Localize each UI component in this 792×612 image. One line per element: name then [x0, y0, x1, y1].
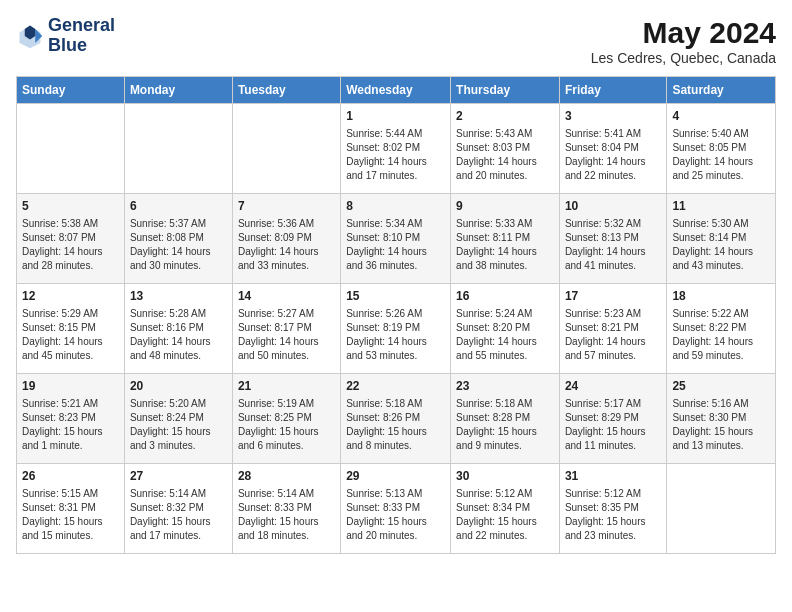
- day-info: Sunrise: 5:44 AM Sunset: 8:02 PM Dayligh…: [346, 127, 445, 183]
- day-number: 14: [238, 288, 335, 305]
- calendar-cell: 8Sunrise: 5:34 AM Sunset: 8:10 PM Daylig…: [341, 194, 451, 284]
- day-info: Sunrise: 5:37 AM Sunset: 8:08 PM Dayligh…: [130, 217, 227, 273]
- day-info: Sunrise: 5:33 AM Sunset: 8:11 PM Dayligh…: [456, 217, 554, 273]
- col-header-thursday: Thursday: [451, 77, 560, 104]
- calendar-cell: 7Sunrise: 5:36 AM Sunset: 8:09 PM Daylig…: [232, 194, 340, 284]
- day-number: 13: [130, 288, 227, 305]
- location: Les Cedres, Quebec, Canada: [591, 50, 776, 66]
- week-row-2: 5Sunrise: 5:38 AM Sunset: 8:07 PM Daylig…: [17, 194, 776, 284]
- day-info: Sunrise: 5:19 AM Sunset: 8:25 PM Dayligh…: [238, 397, 335, 453]
- day-info: Sunrise: 5:28 AM Sunset: 8:16 PM Dayligh…: [130, 307, 227, 363]
- day-number: 24: [565, 378, 661, 395]
- logo-icon: [16, 22, 44, 50]
- day-number: 8: [346, 198, 445, 215]
- day-info: Sunrise: 5:23 AM Sunset: 8:21 PM Dayligh…: [565, 307, 661, 363]
- week-row-4: 19Sunrise: 5:21 AM Sunset: 8:23 PM Dayli…: [17, 374, 776, 464]
- day-number: 5: [22, 198, 119, 215]
- week-row-5: 26Sunrise: 5:15 AM Sunset: 8:31 PM Dayli…: [17, 464, 776, 554]
- calendar-table: SundayMondayTuesdayWednesdayThursdayFrid…: [16, 76, 776, 554]
- calendar-cell: 1Sunrise: 5:44 AM Sunset: 8:02 PM Daylig…: [341, 104, 451, 194]
- logo-text: General Blue: [48, 16, 115, 56]
- day-number: 15: [346, 288, 445, 305]
- calendar-cell: 27Sunrise: 5:14 AM Sunset: 8:32 PM Dayli…: [124, 464, 232, 554]
- day-number: 18: [672, 288, 770, 305]
- day-number: 9: [456, 198, 554, 215]
- calendar-cell: 31Sunrise: 5:12 AM Sunset: 8:35 PM Dayli…: [559, 464, 666, 554]
- calendar-cell: 17Sunrise: 5:23 AM Sunset: 8:21 PM Dayli…: [559, 284, 666, 374]
- day-number: 4: [672, 108, 770, 125]
- day-info: Sunrise: 5:32 AM Sunset: 8:13 PM Dayligh…: [565, 217, 661, 273]
- calendar-cell: 15Sunrise: 5:26 AM Sunset: 8:19 PM Dayli…: [341, 284, 451, 374]
- day-info: Sunrise: 5:38 AM Sunset: 8:07 PM Dayligh…: [22, 217, 119, 273]
- calendar-cell: [124, 104, 232, 194]
- col-header-tuesday: Tuesday: [232, 77, 340, 104]
- month-title: May 2024: [591, 16, 776, 50]
- page-header: General Blue May 2024 Les Cedres, Quebec…: [16, 16, 776, 66]
- day-number: 19: [22, 378, 119, 395]
- day-info: Sunrise: 5:12 AM Sunset: 8:35 PM Dayligh…: [565, 487, 661, 543]
- calendar-cell: 11Sunrise: 5:30 AM Sunset: 8:14 PM Dayli…: [667, 194, 776, 284]
- day-info: Sunrise: 5:14 AM Sunset: 8:32 PM Dayligh…: [130, 487, 227, 543]
- col-header-saturday: Saturday: [667, 77, 776, 104]
- day-info: Sunrise: 5:43 AM Sunset: 8:03 PM Dayligh…: [456, 127, 554, 183]
- day-info: Sunrise: 5:24 AM Sunset: 8:20 PM Dayligh…: [456, 307, 554, 363]
- calendar-cell: 24Sunrise: 5:17 AM Sunset: 8:29 PM Dayli…: [559, 374, 666, 464]
- day-number: 30: [456, 468, 554, 485]
- col-header-monday: Monday: [124, 77, 232, 104]
- calendar-cell: 6Sunrise: 5:37 AM Sunset: 8:08 PM Daylig…: [124, 194, 232, 284]
- calendar-cell: 28Sunrise: 5:14 AM Sunset: 8:33 PM Dayli…: [232, 464, 340, 554]
- calendar-cell: 4Sunrise: 5:40 AM Sunset: 8:05 PM Daylig…: [667, 104, 776, 194]
- calendar-cell: 14Sunrise: 5:27 AM Sunset: 8:17 PM Dayli…: [232, 284, 340, 374]
- col-header-wednesday: Wednesday: [341, 77, 451, 104]
- calendar-cell: 23Sunrise: 5:18 AM Sunset: 8:28 PM Dayli…: [451, 374, 560, 464]
- day-number: 20: [130, 378, 227, 395]
- calendar-cell: 5Sunrise: 5:38 AM Sunset: 8:07 PM Daylig…: [17, 194, 125, 284]
- day-number: 29: [346, 468, 445, 485]
- day-info: Sunrise: 5:41 AM Sunset: 8:04 PM Dayligh…: [565, 127, 661, 183]
- calendar-cell: 13Sunrise: 5:28 AM Sunset: 8:16 PM Dayli…: [124, 284, 232, 374]
- day-info: Sunrise: 5:22 AM Sunset: 8:22 PM Dayligh…: [672, 307, 770, 363]
- day-number: 23: [456, 378, 554, 395]
- calendar-cell: [232, 104, 340, 194]
- calendar-cell: 12Sunrise: 5:29 AM Sunset: 8:15 PM Dayli…: [17, 284, 125, 374]
- calendar-cell: [17, 104, 125, 194]
- day-info: Sunrise: 5:30 AM Sunset: 8:14 PM Dayligh…: [672, 217, 770, 273]
- day-info: Sunrise: 5:26 AM Sunset: 8:19 PM Dayligh…: [346, 307, 445, 363]
- day-number: 31: [565, 468, 661, 485]
- day-number: 27: [130, 468, 227, 485]
- day-info: Sunrise: 5:15 AM Sunset: 8:31 PM Dayligh…: [22, 487, 119, 543]
- calendar-cell: 16Sunrise: 5:24 AM Sunset: 8:20 PM Dayli…: [451, 284, 560, 374]
- day-number: 26: [22, 468, 119, 485]
- day-number: 6: [130, 198, 227, 215]
- calendar-cell: 9Sunrise: 5:33 AM Sunset: 8:11 PM Daylig…: [451, 194, 560, 284]
- day-number: 7: [238, 198, 335, 215]
- day-number: 2: [456, 108, 554, 125]
- day-info: Sunrise: 5:20 AM Sunset: 8:24 PM Dayligh…: [130, 397, 227, 453]
- logo: General Blue: [16, 16, 115, 56]
- day-number: 12: [22, 288, 119, 305]
- calendar-cell: 18Sunrise: 5:22 AM Sunset: 8:22 PM Dayli…: [667, 284, 776, 374]
- day-info: Sunrise: 5:21 AM Sunset: 8:23 PM Dayligh…: [22, 397, 119, 453]
- day-info: Sunrise: 5:18 AM Sunset: 8:26 PM Dayligh…: [346, 397, 445, 453]
- day-info: Sunrise: 5:14 AM Sunset: 8:33 PM Dayligh…: [238, 487, 335, 543]
- day-number: 21: [238, 378, 335, 395]
- day-number: 1: [346, 108, 445, 125]
- day-info: Sunrise: 5:36 AM Sunset: 8:09 PM Dayligh…: [238, 217, 335, 273]
- day-number: 11: [672, 198, 770, 215]
- calendar-cell: 3Sunrise: 5:41 AM Sunset: 8:04 PM Daylig…: [559, 104, 666, 194]
- calendar-cell: 10Sunrise: 5:32 AM Sunset: 8:13 PM Dayli…: [559, 194, 666, 284]
- calendar-cell: 2Sunrise: 5:43 AM Sunset: 8:03 PM Daylig…: [451, 104, 560, 194]
- day-info: Sunrise: 5:29 AM Sunset: 8:15 PM Dayligh…: [22, 307, 119, 363]
- calendar-cell: 19Sunrise: 5:21 AM Sunset: 8:23 PM Dayli…: [17, 374, 125, 464]
- day-info: Sunrise: 5:18 AM Sunset: 8:28 PM Dayligh…: [456, 397, 554, 453]
- day-number: 10: [565, 198, 661, 215]
- day-number: 17: [565, 288, 661, 305]
- day-info: Sunrise: 5:27 AM Sunset: 8:17 PM Dayligh…: [238, 307, 335, 363]
- calendar-cell: 20Sunrise: 5:20 AM Sunset: 8:24 PM Dayli…: [124, 374, 232, 464]
- calendar-cell: 21Sunrise: 5:19 AM Sunset: 8:25 PM Dayli…: [232, 374, 340, 464]
- week-row-1: 1Sunrise: 5:44 AM Sunset: 8:02 PM Daylig…: [17, 104, 776, 194]
- calendar-cell: 29Sunrise: 5:13 AM Sunset: 8:33 PM Dayli…: [341, 464, 451, 554]
- calendar-cell: 22Sunrise: 5:18 AM Sunset: 8:26 PM Dayli…: [341, 374, 451, 464]
- day-info: Sunrise: 5:34 AM Sunset: 8:10 PM Dayligh…: [346, 217, 445, 273]
- day-info: Sunrise: 5:13 AM Sunset: 8:33 PM Dayligh…: [346, 487, 445, 543]
